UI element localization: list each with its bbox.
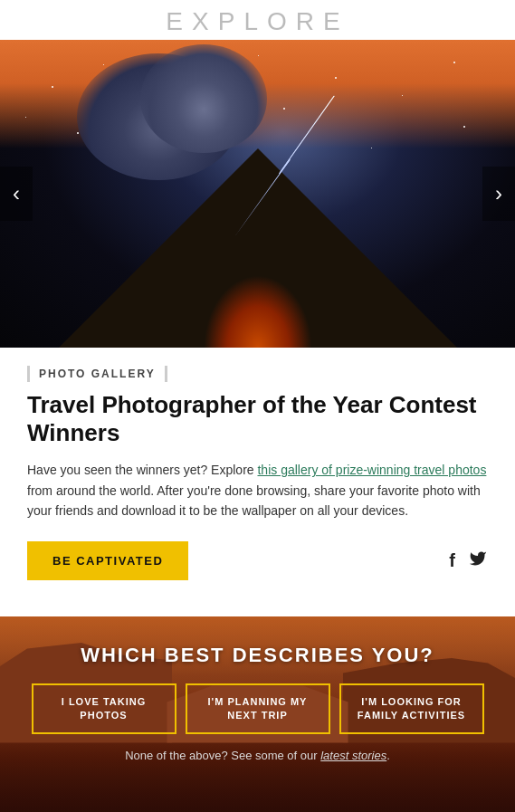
category-label: PHOTO GALLERY: [27, 366, 488, 382]
slideshow-next-button[interactable]: ›: [482, 167, 515, 221]
lava-glow: [204, 275, 312, 348]
explore-title: EXPLORE: [166, 7, 348, 35]
slideshow: ‹ ›: [0, 40, 515, 348]
article-body-after-link: from around the world. After you're done…: [27, 483, 481, 518]
describes-buttons: I LOVE TAKING PHOTOS I'M PLANNING MY NEX…: [18, 683, 497, 734]
twitter-icon[interactable]: [468, 549, 488, 572]
category-pipe: [27, 366, 30, 382]
article-title: Travel Photographer of the Year Contest …: [27, 391, 488, 447]
none-text-before: None of the above? See some of our: [125, 749, 320, 762]
cta-row: BE CAPTIVATED f: [27, 541, 488, 580]
social-icons: f: [449, 549, 488, 572]
article-section: PHOTO GALLERY Travel Photographer of the…: [0, 348, 515, 616]
none-above-text: None of the above? See some of our lates…: [18, 749, 497, 762]
slideshow-prev-button[interactable]: ‹: [0, 167, 33, 221]
article-body-before-link: Have you seen the winners yet? Explore: [27, 463, 257, 477]
article-body: Have you seen the winners yet? Explore t…: [27, 460, 488, 521]
smoke-cloud-2: [140, 44, 267, 153]
category-text: PHOTO GALLERY: [39, 368, 156, 380]
describes-planning-button[interactable]: I'M PLANNING MY NEXT TRIP: [186, 683, 330, 734]
describes-content: WHICH BEST DESCRIBES YOU? I LOVE TAKING …: [18, 644, 497, 762]
cta-button[interactable]: BE CAPTIVATED: [27, 541, 188, 580]
page-header: EXPLORE: [0, 0, 515, 40]
latest-stories-link[interactable]: latest stories: [320, 749, 386, 762]
describes-photos-button[interactable]: I LOVE TAKING PHOTOS: [32, 683, 176, 734]
slideshow-image: [0, 40, 515, 348]
category-pipe-2: [165, 366, 167, 382]
facebook-icon[interactable]: f: [449, 550, 455, 571]
describes-family-button[interactable]: I'M LOOKING FOR FAMILY ACTIVITIES: [339, 683, 484, 734]
article-link[interactable]: this gallery of prize-winning travel pho…: [257, 463, 486, 477]
describes-title: WHICH BEST DESCRIBES YOU?: [18, 644, 497, 667]
none-text-end: .: [386, 749, 390, 762]
describes-section: WHICH BEST DESCRIBES YOU? I LOVE TAKING …: [0, 616, 515, 812]
